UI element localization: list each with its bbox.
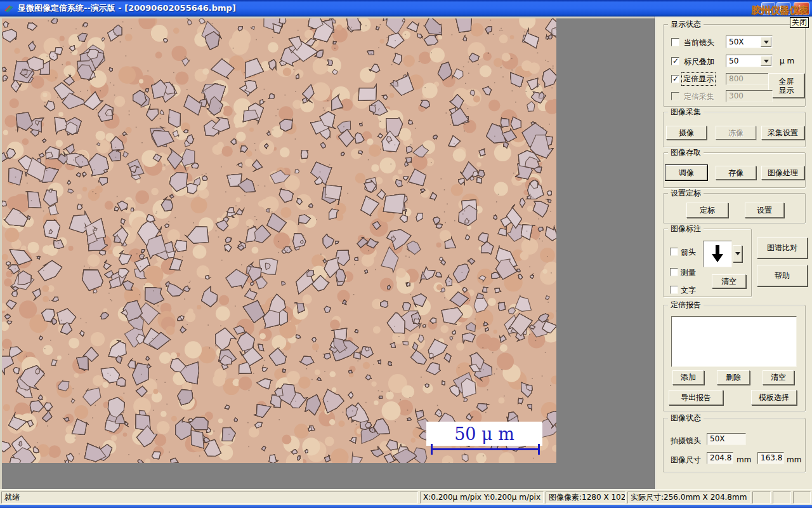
status-bar: 就绪 X:0.200μ m/pix Y:0.200μ m/pix 图像像素:12…: [0, 489, 812, 505]
vendor-watermark: 胶州仪器仪表: [751, 4, 808, 17]
scale-unit-label: μ m: [780, 57, 794, 65]
title-bar: 显微图像定倍系统--演示版 - [20090602055646.bmp] ×: [0, 0, 812, 17]
arrow-style-combo[interactable]: [703, 241, 732, 267]
fullscreen-label-line2: 显示: [779, 86, 794, 95]
image-width-field[interactable]: 204.8: [707, 452, 733, 464]
status-ready: 就绪: [1, 491, 418, 504]
group-title: 图像标注: [668, 224, 704, 233]
calibrate-button[interactable]: 定标: [686, 203, 728, 218]
group-report: 定倍报告 添加 删除 清空 导出报告 模板选择: [663, 305, 806, 411]
status-empty-panel: [773, 491, 791, 504]
fixed-capture-checkbox: [671, 92, 679, 100]
group-title: 显示状态: [668, 20, 704, 29]
help-button[interactable]: 帮助: [757, 265, 808, 286]
text-label: 文字: [681, 285, 696, 296]
report-listbox[interactable]: [671, 316, 797, 367]
template-select-button[interactable]: 模板选择: [751, 390, 797, 405]
status-actual-size: 实际尺寸:256.0mm X 204.8mm: [627, 491, 750, 504]
status-empty-panel: [793, 491, 811, 504]
down-arrow-icon: [710, 244, 725, 264]
status-empty-panel: [752, 491, 771, 504]
scale-bar-tick-right: [538, 444, 540, 455]
measure-checkbox[interactable]: [670, 268, 678, 276]
arrow-checkbox[interactable]: [670, 248, 678, 256]
fixed-capture-field: 300: [726, 90, 773, 102]
fixed-display-checkbox[interactable]: [671, 75, 679, 83]
capture-settings-button[interactable]: 采集设置: [761, 126, 804, 140]
group-image-status: 图像状态 拍摄镜头 50X 图像尺寸 204.8 mm 163.8 mm: [663, 418, 806, 472]
current-lens-value: 50X: [729, 37, 744, 46]
calibration-settings-button[interactable]: 设置: [745, 203, 784, 218]
window-title: 显微图像定倍系统--演示版 - [20090602055646.bmp]: [18, 0, 236, 17]
arrow-style-dropdown-button[interactable]: [733, 245, 742, 262]
scale-overlay-combo[interactable]: 50: [726, 55, 773, 67]
lens-label: 拍摄镜头: [671, 436, 701, 446]
save-image-button[interactable]: 存像: [716, 166, 756, 180]
current-lens-combo[interactable]: 50X: [726, 36, 773, 48]
fixed-capture-label: 定倍采集: [684, 91, 714, 102]
report-clear-button[interactable]: 清空: [763, 370, 794, 385]
lens-value-field[interactable]: 50X: [707, 433, 746, 445]
dropdown-arrow-icon[interactable]: [761, 37, 771, 47]
scale-overlay-label: 标尺叠加: [684, 57, 714, 67]
group-annotation: 图像标注 箭头 测量 文字 清空: [663, 229, 752, 297]
export-report-button[interactable]: 导出报告: [669, 390, 723, 405]
load-image-button[interactable]: 调像: [665, 165, 707, 180]
status-image-pixels: 图像像素:1280 X 1024: [546, 491, 625, 504]
dropdown-arrow-icon[interactable]: [761, 56, 771, 66]
current-lens-label: 当前镜头: [684, 37, 714, 48]
group-calibration: 设置定标 定标 设置: [663, 193, 806, 224]
status-pixel-scale: X:0.200μ m/pix Y:0.200μ m/pix: [420, 491, 544, 504]
group-title: 设置定标: [668, 189, 704, 197]
scale-overlay-value: 50: [729, 57, 738, 65]
scale-bar-tick-left: [431, 444, 433, 455]
control-panel: 显示状态 当前镜头 50X 标尺叠加 50 μ m 定倍显示 800 全: [655, 17, 812, 489]
group-image-storage: 图像存取 调像 存像 图像处理: [663, 152, 806, 188]
text-checkbox[interactable]: [670, 286, 678, 294]
group-title: 图像状态: [668, 413, 704, 422]
micrograph-image: [2, 18, 556, 463]
report-add-button[interactable]: 添加: [672, 370, 704, 385]
fullscreen-label-line1: 全屏: [779, 77, 794, 86]
fullscreen-button[interactable]: 全屏 显示: [768, 73, 804, 98]
height-unit-label: mm: [787, 455, 801, 464]
app-brush-icon: [4, 3, 14, 13]
fixed-display-field: 800: [726, 73, 773, 85]
image-process-button[interactable]: 图像处理: [761, 166, 804, 180]
fixed-display-label: 定倍显示: [682, 73, 715, 85]
scale-bar-line: [431, 448, 540, 450]
image-size-label: 图像尺寸: [671, 455, 701, 465]
atlas-compare-button[interactable]: 图谱比对: [757, 237, 808, 258]
measure-label: 测量: [681, 267, 696, 278]
clear-annotation-button[interactable]: 清空: [712, 274, 746, 288]
group-title: 图像采集: [668, 107, 704, 116]
group-image-capture: 图像采集 摄像 冻像 采集设置: [663, 112, 806, 147]
client-area: 50 μ m 显示状态 当前镜头 50X 标尺叠加 50 μ: [0, 17, 812, 489]
width-unit-label: mm: [737, 455, 751, 464]
group-title: 图像存取: [668, 148, 704, 157]
arrow-label: 箭头: [681, 247, 696, 258]
dropdown-arrow-icon: [735, 252, 740, 255]
group-title: 定倍报告: [668, 300, 704, 309]
image-height-field[interactable]: 163.8: [757, 452, 784, 464]
current-lens-checkbox[interactable]: [671, 38, 679, 46]
app-window: 显微图像定倍系统--演示版 - [20090602055646.bmp] × 胶…: [0, 0, 812, 508]
report-delete-button[interactable]: 删除: [717, 370, 750, 385]
window-bottom-edge: [0, 505, 812, 508]
close-tooltip: 关闭: [790, 17, 809, 28]
capture-button[interactable]: 摄像: [666, 126, 707, 140]
group-display-status: 显示状态 当前镜头 50X 标尺叠加 50 μ m 定倍显示 800 全: [663, 24, 806, 107]
scale-overlay-checkbox[interactable]: [671, 57, 679, 65]
freeze-button: 冻像: [716, 126, 756, 140]
scale-bar-label: 50 μ m: [426, 422, 542, 446]
